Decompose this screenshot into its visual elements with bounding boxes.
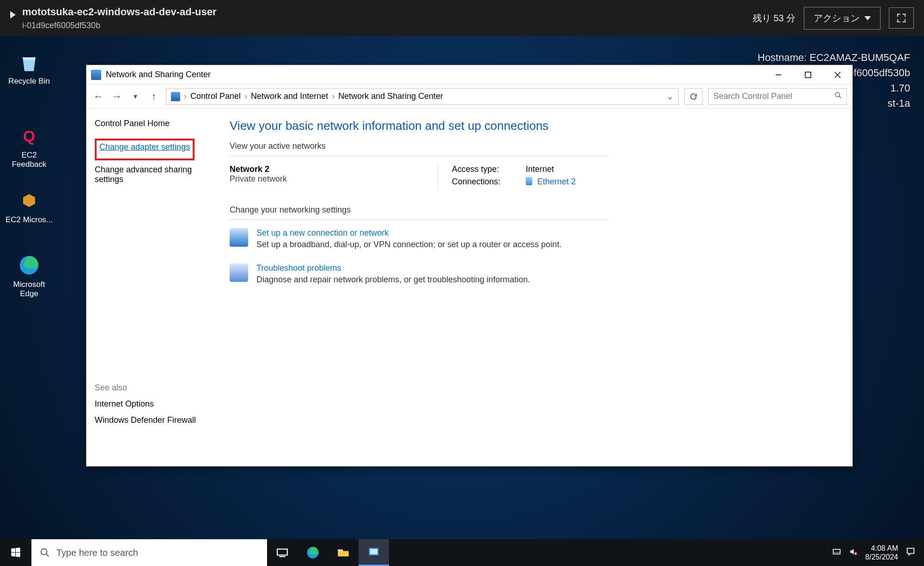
breadcrumb-separator-icon: › xyxy=(244,91,247,101)
window-titlebar[interactable]: Network and Sharing Center xyxy=(86,65,852,85)
maximize-button[interactable] xyxy=(793,65,823,85)
breadcrumb-separator-icon: › xyxy=(184,91,187,101)
option-troubleshoot[interactable]: Troubleshoot problems Diagnose and repai… xyxy=(230,263,839,285)
main-content: View your basic network information and … xyxy=(216,109,852,466)
network-sharing-center-window: Network and Sharing Center ← → ▾ ↑ › xyxy=(86,65,853,467)
svg-point-7 xyxy=(41,549,47,555)
edge-icon xyxy=(17,253,41,277)
tray-network-icon[interactable] xyxy=(832,547,841,558)
svg-point-5 xyxy=(835,92,839,97)
play-icon xyxy=(10,11,16,18)
svg-rect-2 xyxy=(805,72,811,78)
windows-icon xyxy=(10,547,22,559)
address-bar[interactable]: › Control Panel › Network and Internet ›… xyxy=(166,88,679,105)
desktop-icon-label: EC2 Feedback xyxy=(4,151,55,169)
change-settings-label: Change your networking settings xyxy=(230,205,839,215)
breadcrumb-control-panel[interactable]: Control Panel xyxy=(190,91,241,101)
connection-wizard-icon xyxy=(230,228,248,247)
sidebar: Control Panel Home Change adapter settin… xyxy=(86,109,216,466)
option-title: Set up a new connection or network xyxy=(256,228,561,238)
taskbar-time: 4:08 AM xyxy=(865,544,898,553)
actions-button-label: アクション xyxy=(814,12,860,24)
host-hostname: Hostname: EC2AMAZ-BUM5QAF xyxy=(758,50,910,65)
taskbar-file-explorer[interactable] xyxy=(328,539,359,566)
taskbar-control-panel[interactable] xyxy=(359,539,389,566)
maximize-icon xyxy=(805,72,811,78)
nav-recent-button[interactable]: ▾ xyxy=(129,92,142,101)
refresh-button[interactable] xyxy=(684,88,703,105)
troubleshoot-icon xyxy=(230,263,248,282)
access-type-value: Internet xyxy=(526,164,554,174)
close-button[interactable] xyxy=(823,65,852,85)
svg-line-8 xyxy=(46,554,49,557)
svg-rect-13 xyxy=(370,549,377,554)
option-description: Set up a broadband, dial-up, or VPN conn… xyxy=(256,240,561,250)
box-icon xyxy=(17,189,41,213)
svg-line-6 xyxy=(839,96,841,98)
minimize-icon xyxy=(775,72,782,78)
breadcrumb-network-internet[interactable]: Network and Internet xyxy=(251,91,328,101)
desktop-icon-ec2-feedback[interactable]: Q EC2 Feedback xyxy=(4,124,55,169)
see-also-internet-options[interactable]: Internet Options xyxy=(95,399,207,409)
search-icon xyxy=(834,91,842,101)
svg-rect-14 xyxy=(833,549,840,554)
option-title: Troubleshoot problems xyxy=(256,263,530,273)
sidebar-change-advanced-sharing[interactable]: Change advanced sharing settings xyxy=(95,165,207,184)
fullscreen-button[interactable] xyxy=(889,7,914,29)
actions-button[interactable]: アクション xyxy=(804,7,881,30)
taskbar-date: 8/25/2024 xyxy=(865,553,898,561)
taskbar: Type here to search 4:08 AM 8/25/2024 xyxy=(0,539,924,566)
network-name: Network 2 xyxy=(230,164,410,174)
tray-action-center-icon[interactable] xyxy=(906,547,916,559)
desktop-icon-label: EC2 Micros... xyxy=(4,215,55,225)
task-view-button[interactable] xyxy=(267,539,298,566)
taskbar-search[interactable]: Type here to search xyxy=(31,539,267,566)
control-panel-icon xyxy=(171,92,180,101)
connections-label: Connections: xyxy=(452,177,517,187)
start-button[interactable] xyxy=(0,539,31,566)
taskbar-edge[interactable] xyxy=(298,539,328,566)
minimize-button[interactable] xyxy=(764,65,793,85)
page-heading: View your basic network information and … xyxy=(230,119,839,133)
divider xyxy=(230,156,608,156)
see-also-defender-firewall[interactable]: Windows Defender Firewall xyxy=(95,415,207,425)
see-also-header: See also xyxy=(95,383,207,393)
taskbar-search-placeholder: Type here to search xyxy=(56,548,138,558)
nav-forward-button[interactable]: → xyxy=(110,91,123,103)
active-networks-label: View your active networks xyxy=(230,141,839,151)
option-setup-connection[interactable]: Set up a new connection or network Set u… xyxy=(230,228,839,250)
taskbar-pinned xyxy=(267,539,389,566)
task-view-icon xyxy=(276,547,288,559)
desktop-icon-label: Recycle Bin xyxy=(4,77,55,86)
search-icon xyxy=(40,548,50,558)
taskbar-clock[interactable]: 4:08 AM 8/25/2024 xyxy=(865,544,898,561)
breadcrumb-separator-icon: › xyxy=(332,91,334,101)
fullscreen-icon xyxy=(896,13,906,23)
breadcrumb-network-sharing[interactable]: Network and Sharing Center xyxy=(338,91,443,101)
desktop-icon-label: Microsoft Edge xyxy=(4,280,55,298)
search-input[interactable]: Search Control Panel xyxy=(708,88,847,105)
see-also-section: See also Internet Options Windows Defend… xyxy=(95,383,207,425)
control-panel-icon xyxy=(367,546,380,559)
connection-link[interactable]: Ethernet 2 xyxy=(537,177,576,186)
desktop[interactable]: Hostname: EC2AMAZ-BUM5QAF Instance ID: i… xyxy=(0,36,924,539)
desktop-icon-recycle-bin[interactable]: Recycle Bin xyxy=(4,50,55,86)
network-type: Private network xyxy=(230,174,287,183)
sidebar-change-adapter-settings[interactable]: Change adapter settings xyxy=(99,142,190,152)
nav-back-button[interactable]: ← xyxy=(92,91,105,103)
address-dropdown-button[interactable]: ⌄ xyxy=(667,91,674,102)
sidebar-control-panel-home[interactable]: Control Panel Home xyxy=(95,119,207,128)
desktop-icon-ec2-microsoft[interactable]: EC2 Micros... xyxy=(4,189,55,225)
search-placeholder: Search Control Panel xyxy=(713,91,792,101)
taskbar-tray: 4:08 AM 8/25/2024 xyxy=(832,544,924,561)
control-panel-icon xyxy=(91,70,101,80)
tray-volume-icon[interactable] xyxy=(849,547,858,558)
option-description: Diagnose and repair network problems, or… xyxy=(256,275,530,285)
window-title: Network and Sharing Center xyxy=(106,70,211,79)
svg-rect-9 xyxy=(277,549,287,555)
nav-up-button[interactable]: ↑ xyxy=(147,91,160,103)
session-bar: mototsuka-ec2-windows-ad-dev-ad-user i-0… xyxy=(0,0,924,36)
folder-icon xyxy=(337,546,350,559)
desktop-icon-edge[interactable]: Microsoft Edge xyxy=(4,253,55,298)
q-icon: Q xyxy=(17,124,41,148)
